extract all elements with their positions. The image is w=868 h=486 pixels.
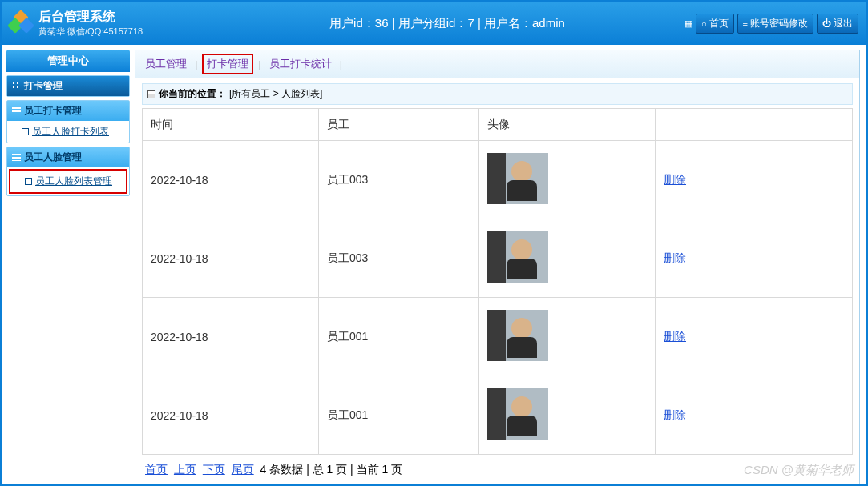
tab-separator: |: [195, 58, 197, 70]
sidebar-section-emp-clock-label: 员工打卡管理: [24, 104, 82, 118]
delete-link[interactable]: 删除: [664, 251, 686, 264]
cell-employee: 员工001: [319, 376, 479, 455]
cell-avatar: [479, 298, 656, 376]
square-icon: [22, 128, 29, 135]
table-row: 2022-10-18员工001删除: [143, 298, 853, 376]
breadcrumb-label: 你当前的位置：: [159, 87, 226, 101]
cell-action: 删除: [656, 219, 853, 298]
cell-time: 2022-10-18: [143, 376, 319, 455]
sidebar-section-clock[interactable]: 打卡管理: [7, 76, 129, 96]
sidebar-item-face-list-manage[interactable]: 员工人脸列表管理: [9, 169, 127, 194]
sidebar-section-clock-label: 打卡管理: [24, 79, 63, 93]
bars-icon: [12, 154, 21, 161]
avatar-image: [487, 310, 548, 361]
cell-avatar: [479, 376, 656, 455]
col-avatar: 头像: [479, 109, 656, 141]
bars-icon: [12, 107, 21, 114]
cell-time: 2022-10-18: [143, 219, 319, 298]
titlebar: 后台管理系统 黄菊华 微信/QQ:45157718 用户id：36 | 用户分组…: [2, 2, 866, 45]
sidebar-header: 管理中心: [6, 50, 130, 72]
dots-icon: [12, 82, 21, 90]
sidebar-item-face-list-manage-label: 员工人脸列表管理: [35, 175, 112, 188]
cell-time: 2022-10-18: [143, 141, 319, 219]
col-employee: 员工: [319, 109, 479, 141]
table-row: 2022-10-18员工001删除: [143, 376, 853, 455]
pager-last[interactable]: 尾页: [232, 463, 254, 476]
table-row: 2022-10-18员工003删除: [143, 141, 853, 219]
list-icon: ≡: [743, 18, 748, 28]
grid-icon: ▦: [684, 18, 692, 29]
logo-icon: [10, 12, 32, 34]
pager-next[interactable]: 下页: [203, 463, 225, 476]
avatar-image: [487, 231, 548, 283]
avatar-image: [487, 388, 548, 440]
breadcrumb-path: [所有员工 > 人脸列表]: [229, 87, 322, 101]
cell-action: 删除: [656, 376, 853, 455]
face-table: 时间 员工 头像 2022-10-18员工003删除2022-10-18员工00…: [142, 108, 853, 455]
logout-label: 退出: [834, 17, 853, 30]
home-label: 首页: [709, 17, 729, 30]
logo-block: 后台管理系统 黄菊华 微信/QQ:45157718: [10, 9, 210, 37]
delete-link[interactable]: 删除: [664, 173, 686, 186]
cell-avatar: [479, 219, 656, 298]
pager-info: 4 条数据 | 总 1 页 | 当前 1 页: [260, 463, 403, 476]
app-title: 后台管理系统: [38, 9, 143, 26]
cell-action: 删除: [656, 141, 853, 219]
square-icon: [25, 178, 32, 185]
cell-avatar: [479, 141, 656, 219]
tab-separator: |: [340, 58, 342, 70]
header-user-info: 用户id：36 | 用户分组id：7 | 用户名：admin: [210, 16, 684, 31]
home-icon: ⌂: [701, 18, 707, 28]
tab-clock[interactable]: 打卡管理: [202, 54, 253, 74]
tab-employee[interactable]: 员工管理: [142, 55, 190, 73]
sidebar-section-emp-face-label: 员工人脸管理: [24, 151, 82, 164]
tab-bar: 员工管理 | 打卡管理 | 员工打卡统计 |: [135, 50, 860, 78]
cell-action: 删除: [656, 298, 853, 376]
pager-first[interactable]: 首页: [145, 463, 168, 476]
power-icon: ⏻: [822, 18, 831, 28]
breadcrumb: 你当前的位置： [所有员工 > 人脸列表]: [142, 83, 853, 105]
cell-employee: 员工003: [319, 219, 479, 298]
tab-separator: |: [258, 58, 260, 70]
sidebar-section-emp-clock[interactable]: 员工打卡管理: [7, 101, 129, 121]
home-button[interactable]: ⌂首页: [696, 14, 734, 34]
sidebar-item-face-clock-list[interactable]: 员工人脸打卡列表: [7, 121, 129, 143]
table-row: 2022-10-18员工003删除: [143, 219, 853, 298]
password-button[interactable]: ≡账号密码修改: [737, 14, 813, 34]
pager-prev[interactable]: 上页: [174, 463, 196, 476]
cell-time: 2022-10-18: [143, 298, 319, 376]
sidebar: 管理中心 打卡管理 员工打卡管理 员工人脸打卡列表: [2, 45, 135, 484]
avatar-image: [487, 153, 548, 204]
cell-employee: 员工003: [319, 141, 479, 219]
logout-button[interactable]: ⏻退出: [817, 14, 858, 34]
sidebar-item-face-clock-list-label: 员工人脸打卡列表: [32, 125, 109, 139]
watermark: CSDN @黄菊华老师: [744, 463, 854, 478]
page-icon: [147, 90, 155, 98]
col-time: 时间: [143, 109, 319, 141]
tab-stats[interactable]: 员工打卡统计: [266, 55, 335, 73]
delete-link[interactable]: 删除: [664, 330, 686, 343]
col-action: [656, 109, 853, 141]
cell-employee: 员工001: [319, 298, 479, 376]
sidebar-section-emp-face[interactable]: 员工人脸管理: [7, 147, 129, 167]
app-subtitle: 黄菊华 微信/QQ:45157718: [38, 26, 143, 37]
password-label: 账号密码修改: [750, 17, 808, 30]
delete-link[interactable]: 删除: [664, 408, 686, 421]
